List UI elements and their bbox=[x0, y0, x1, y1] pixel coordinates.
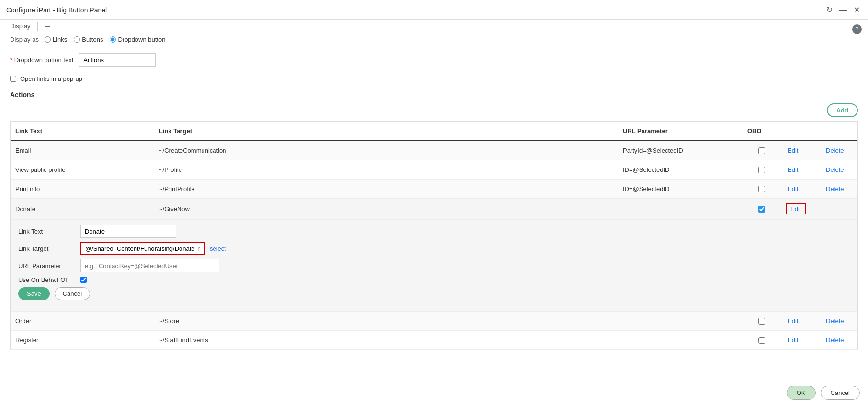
configure-ipart-window: Configure iPart - Big Button Panel ↻ — ✕… bbox=[0, 0, 868, 405]
title-bar: Configure iPart - Big Button Panel ↻ — ✕ bbox=[0, 0, 868, 20]
radio-links[interactable] bbox=[45, 36, 51, 43]
email-edit-button[interactable]: Edit bbox=[786, 146, 800, 155]
row-order-obo bbox=[743, 316, 781, 326]
table-header: Link Text Link Target URL Parameter OBO bbox=[11, 122, 857, 141]
radio-buttons-option[interactable]: Buttons bbox=[74, 36, 103, 43]
dropdown-text-label: * Dropdown button text bbox=[10, 56, 73, 64]
help-button[interactable]: ? bbox=[852, 24, 862, 34]
row-email-text: Email bbox=[11, 145, 154, 156]
row-print-target: ~/PrintProfile bbox=[154, 183, 618, 194]
row-order-text: Order bbox=[11, 315, 154, 326]
edit-use-obo-checkbox[interactable] bbox=[80, 277, 87, 283]
row-donate-text: Donate bbox=[11, 203, 154, 214]
edit-use-obo-label: Use On Behalf Of bbox=[18, 276, 76, 283]
edit-use-obo-row: Use On Behalf Of bbox=[18, 276, 850, 283]
order-obo-checkbox[interactable] bbox=[758, 318, 765, 325]
row-profile-text: View public profile bbox=[11, 164, 154, 175]
row-donate-obo bbox=[743, 204, 781, 214]
row-register-obo bbox=[743, 335, 781, 346]
row-profile-edit-cell: Edit bbox=[781, 163, 819, 176]
order-edit-button[interactable]: Edit bbox=[786, 316, 800, 326]
open-links-row: Open links in a pop-up bbox=[10, 71, 858, 86]
open-links-checkbox[interactable] bbox=[10, 76, 16, 82]
save-button[interactable]: Save bbox=[18, 287, 50, 300]
print-delete-button[interactable]: Delete bbox=[824, 184, 846, 193]
order-delete-button[interactable]: Delete bbox=[824, 316, 846, 326]
row-print-delete-cell: Delete bbox=[819, 182, 857, 195]
required-asterisk: * bbox=[10, 56, 12, 64]
table-row: Order ~/Store Edit Delete bbox=[11, 312, 857, 331]
minimize-button[interactable]: — bbox=[837, 5, 849, 15]
display-as-row: Display as Links Buttons Dropdown button bbox=[10, 31, 858, 46]
donate-edit-form: Link Text Link Target select URL Paramet… bbox=[11, 220, 857, 311]
edit-url-param-label: URL Parameter bbox=[18, 262, 76, 270]
radio-dropdown-option[interactable]: Dropdown button bbox=[110, 36, 165, 43]
row-profile-target: ~/Profile bbox=[154, 164, 618, 175]
edit-url-param-row: URL Parameter bbox=[18, 259, 850, 272]
dropdown-text-input[interactable] bbox=[79, 53, 156, 67]
radio-buttons[interactable] bbox=[74, 36, 80, 43]
row-email-edit-cell: Edit bbox=[781, 144, 819, 157]
bottom-bar: OK Cancel bbox=[0, 381, 868, 405]
edit-form-buttons: Save Cancel bbox=[18, 287, 850, 300]
table-row-donate: Donate ~/GiveNow Edit bbox=[11, 199, 857, 220]
cancel-small-button[interactable]: Cancel bbox=[55, 287, 90, 300]
radio-links-option[interactable]: Links bbox=[45, 36, 67, 43]
register-obo-checkbox[interactable] bbox=[758, 337, 765, 344]
edit-link-text-input[interactable] bbox=[80, 225, 176, 238]
row-profile-delete-cell: Delete bbox=[819, 163, 857, 176]
display-as-label: Display as bbox=[10, 36, 39, 43]
table-row: Print info ~/PrintProfile ID=@SelectedID… bbox=[11, 180, 857, 199]
col-link-target: Link Target bbox=[154, 125, 618, 136]
edit-link-target-label: Link Target bbox=[18, 245, 76, 252]
row-register-edit-cell: Edit bbox=[781, 334, 819, 347]
profile-delete-button[interactable]: Delete bbox=[824, 165, 846, 174]
row-donate-target: ~/GiveNow bbox=[154, 203, 618, 214]
main-content: ? Display — Display as Links Buttons bbox=[0, 20, 868, 381]
row-register-param bbox=[618, 338, 743, 342]
register-edit-button[interactable]: Edit bbox=[786, 336, 800, 345]
row-print-edit-cell: Edit bbox=[781, 182, 819, 195]
cancel-button[interactable]: Cancel bbox=[821, 386, 860, 400]
row-email-obo bbox=[743, 146, 781, 156]
radio-links-label: Links bbox=[53, 36, 67, 43]
row-email-delete-cell: Delete bbox=[819, 144, 857, 157]
row-print-text: Print info bbox=[11, 183, 154, 194]
donate-edit-button[interactable]: Edit bbox=[786, 203, 806, 214]
close-button[interactable]: ✕ bbox=[852, 4, 862, 15]
table-row: Email ~/CreateCommunication PartyId=@Sel… bbox=[11, 141, 857, 160]
email-obo-checkbox[interactable] bbox=[758, 147, 765, 154]
dropdown-text-row: * Dropdown button text bbox=[10, 48, 858, 71]
print-obo-checkbox[interactable] bbox=[758, 186, 765, 192]
col-link-text: Link Text bbox=[11, 125, 154, 136]
display-value: — bbox=[37, 22, 57, 31]
register-delete-button[interactable]: Delete bbox=[824, 336, 846, 345]
edit-link-text-label: Link Text bbox=[18, 228, 76, 235]
refresh-button[interactable]: ↻ bbox=[824, 4, 834, 15]
radio-dropdown[interactable] bbox=[110, 36, 116, 43]
row-profile-obo bbox=[743, 165, 781, 175]
row-donate-edit-cell: Edit bbox=[781, 202, 819, 216]
select-link[interactable]: select bbox=[210, 245, 226, 252]
display-label: Display bbox=[10, 22, 31, 30]
edit-link-text-row: Link Text bbox=[18, 225, 850, 238]
add-button[interactable]: Add bbox=[827, 103, 858, 117]
open-links-label: Open links in a pop-up bbox=[20, 75, 82, 82]
email-delete-button[interactable]: Delete bbox=[824, 146, 846, 155]
row-order-target: ~/Store bbox=[154, 315, 618, 326]
edit-url-param-input[interactable] bbox=[80, 259, 219, 272]
row-donate-delete-cell bbox=[819, 207, 857, 211]
edit-link-target-input[interactable] bbox=[80, 242, 205, 255]
col-edit bbox=[781, 125, 819, 136]
display-as-radio-group: Links Buttons Dropdown button bbox=[45, 36, 165, 43]
donate-obo-checkbox[interactable] bbox=[758, 206, 765, 213]
row-email-target: ~/CreateCommunication bbox=[154, 145, 618, 156]
ok-button[interactable]: OK bbox=[787, 386, 816, 400]
table-row: Register ~/StaffFindEvents Edit Delete bbox=[11, 331, 857, 350]
row-print-param: ID=@SelectedID bbox=[618, 183, 743, 194]
row-email-param: PartyId=@SelectedID bbox=[618, 145, 743, 156]
print-edit-button[interactable]: Edit bbox=[786, 184, 800, 193]
profile-edit-button[interactable]: Edit bbox=[786, 165, 800, 174]
col-obo: OBO bbox=[743, 125, 781, 136]
profile-obo-checkbox[interactable] bbox=[758, 167, 765, 173]
